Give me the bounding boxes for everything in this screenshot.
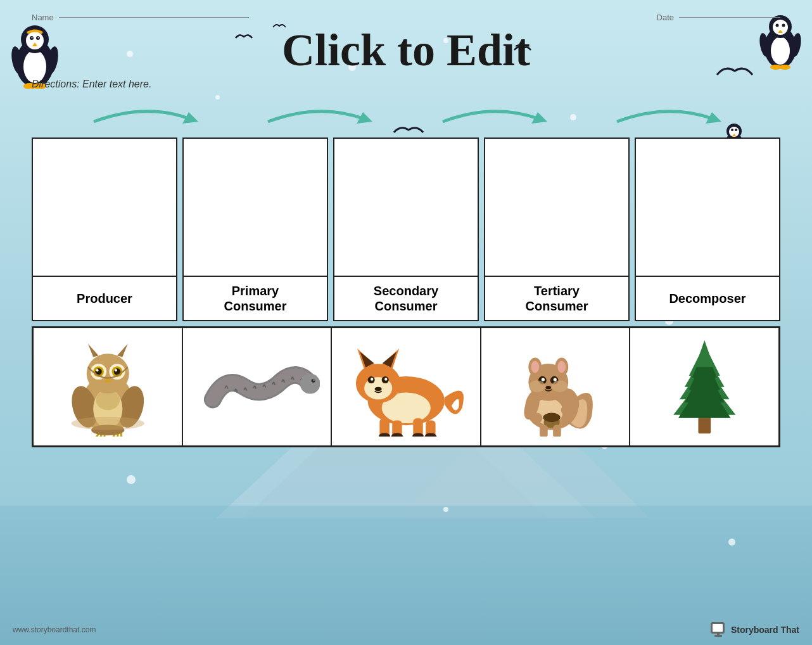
worm-image	[194, 337, 320, 437]
animal-cell-tree[interactable]	[630, 328, 778, 445]
decomposer-image-box[interactable]	[635, 137, 780, 277]
storyboard-icon	[709, 621, 727, 639]
footer-url: www.storyboardthat.com	[13, 625, 96, 634]
main-content: Name Date Click to Edit Directions: Ente…	[0, 0, 812, 457]
name-label: Name	[32, 13, 54, 22]
arrows-row	[19, 96, 793, 134]
squirrel-image	[492, 337, 618, 437]
arrow-4	[611, 99, 725, 131]
svg-marker-44	[117, 344, 127, 357]
date-field[interactable]: Date	[657, 13, 780, 22]
svg-point-103	[531, 361, 540, 373]
date-label: Date	[657, 13, 674, 22]
snow-dot	[728, 539, 735, 546]
producer-label[interactable]: Producer	[32, 277, 177, 321]
arrow-1	[87, 99, 201, 131]
svg-point-51	[96, 369, 98, 371]
svg-point-61	[71, 417, 144, 430]
svg-marker-121	[695, 340, 713, 367]
directions-text[interactable]: Directions: Enter text here.	[32, 79, 780, 90]
svg-point-95	[561, 405, 572, 416]
page-title[interactable]: Click to Edit	[19, 25, 793, 75]
svg-point-63	[312, 379, 315, 383]
brand-name: Storyboard That	[731, 625, 799, 635]
primary-consumer-label[interactable]: PrimaryConsumer	[182, 277, 328, 321]
animal-cell-fox[interactable]	[332, 328, 481, 445]
svg-point-109	[546, 386, 551, 389]
svg-point-62	[300, 374, 320, 394]
svg-point-108	[554, 378, 557, 381]
producer-column: Producer	[32, 137, 177, 321]
svg-marker-43	[87, 344, 98, 357]
snow-dot	[127, 475, 136, 484]
svg-rect-98	[540, 425, 548, 437]
animal-cell-squirrel[interactable]	[481, 328, 631, 445]
svg-point-64	[314, 380, 315, 381]
animals-row	[32, 326, 780, 447]
owl-image	[45, 337, 171, 437]
svg-point-85	[374, 387, 381, 392]
svg-point-107	[542, 378, 545, 381]
producer-image-box[interactable]	[32, 137, 177, 277]
svg-point-111	[552, 380, 568, 392]
svg-point-104	[558, 361, 566, 373]
secondary-consumer-label[interactable]: SecondaryConsumer	[333, 277, 479, 321]
svg-point-84	[384, 378, 387, 380]
arrow-2	[262, 99, 376, 131]
tertiary-consumer-column: TertiaryConsumer	[484, 137, 630, 321]
tertiary-consumer-label[interactable]: TertiaryConsumer	[484, 277, 630, 321]
secondary-consumer-image-box[interactable]	[333, 137, 479, 277]
food-chain-grid: Producer PrimaryConsumer SecondaryConsum…	[19, 137, 793, 321]
svg-rect-123	[713, 624, 723, 632]
svg-point-94	[532, 413, 543, 424]
svg-point-110	[530, 380, 545, 392]
snow-dot	[443, 507, 448, 512]
secondary-consumer-column: SecondaryConsumer	[333, 137, 479, 321]
date-line	[679, 17, 780, 18]
animal-cell-owl[interactable]	[34, 328, 183, 445]
fox-image	[343, 337, 469, 437]
svg-rect-99	[553, 425, 561, 437]
footer-logo: Storyboard That	[709, 621, 799, 639]
tertiary-consumer-image-box[interactable]	[484, 137, 630, 277]
animal-cell-worm[interactable]	[183, 328, 333, 445]
name-line	[59, 17, 249, 18]
svg-point-97	[543, 413, 561, 423]
arrow-3	[436, 99, 550, 131]
header-row: Name Date	[19, 10, 793, 25]
svg-rect-125	[717, 634, 720, 635]
decomposer-column: Decomposer	[635, 137, 780, 321]
primary-consumer-column: PrimaryConsumer	[182, 137, 328, 321]
svg-point-52	[114, 369, 117, 371]
name-field[interactable]: Name	[32, 13, 249, 22]
footer: www.storyboardthat.com Storyboard That	[13, 621, 799, 639]
tree-image	[642, 337, 768, 437]
primary-consumer-image-box[interactable]	[182, 137, 328, 277]
svg-point-83	[371, 378, 373, 380]
decomposer-label[interactable]: Decomposer	[635, 277, 780, 321]
